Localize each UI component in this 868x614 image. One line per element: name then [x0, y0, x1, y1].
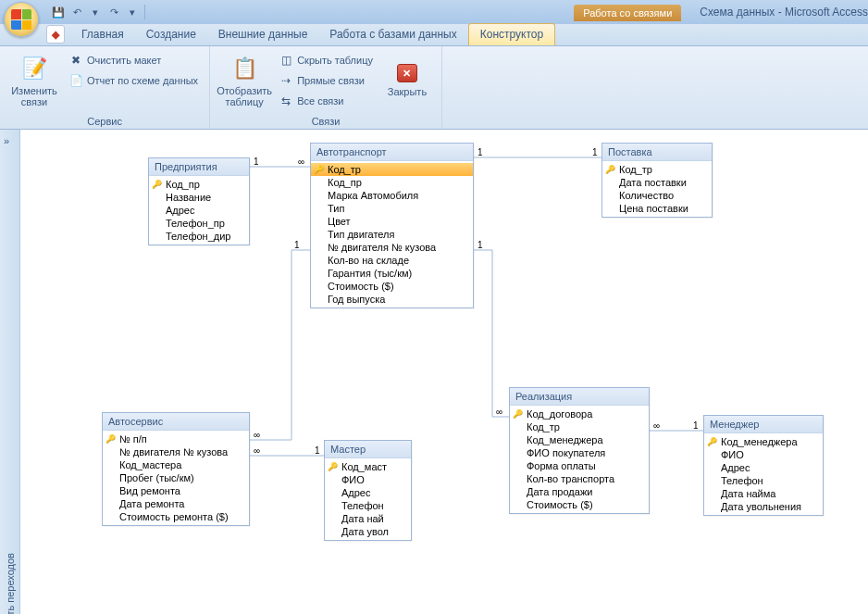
svg-text:1: 1	[592, 147, 598, 157]
title-context: Работа со связями Схема данных - Microso…	[574, 0, 868, 24]
tab-external-data[interactable]: Внешние данные	[207, 24, 319, 45]
table-field[interactable]: Дата ремонта	[103, 497, 249, 510]
table-header[interactable]: Менеджер	[704, 416, 823, 433]
table-manager[interactable]: Менеджер Код_менеджераФИОАдресТелефонДат…	[703, 415, 824, 516]
table-field[interactable]: Марка Автомобиля	[311, 189, 473, 202]
clear-layout-icon: ✖	[68, 53, 83, 68]
clear-layout-button[interactable]: ✖ Очистить макет	[65, 50, 202, 70]
table-field[interactable]: Код_тр	[311, 163, 473, 176]
table-field[interactable]: Кол-во транспорта	[510, 472, 649, 485]
table-field[interactable]: Кол-во на складе	[311, 254, 473, 267]
table-field[interactable]: Адрес	[149, 204, 249, 217]
table-field[interactable]: Код_менеджера	[704, 435, 823, 448]
tab-database-tools[interactable]: Работа с базами данных	[318, 24, 467, 45]
table-field[interactable]: Телефон	[704, 474, 823, 487]
schema-report-button[interactable]: 📄 Отчет по схеме данных	[65, 70, 202, 91]
svg-text:∞: ∞	[254, 445, 260, 456]
table-header[interactable]: Реализация	[510, 388, 649, 406]
expand-nav-icon[interactable]: »	[4, 135, 9, 146]
clear-layout-label: Очистить макет	[87, 55, 161, 66]
show-table-button[interactable]: 📋 Отобразить таблицу	[217, 50, 271, 111]
undo-icon[interactable]: ↶	[70, 6, 83, 19]
table-field[interactable]: Тип	[311, 202, 473, 215]
tab-create[interactable]: Создание	[135, 24, 207, 45]
svg-text:1: 1	[254, 157, 259, 167]
save-icon[interactable]: 💾	[52, 6, 65, 19]
table-delivery[interactable]: Поставка Код_трДата поставкиКоличествоЦе…	[601, 143, 713, 218]
table-field[interactable]: Код_тр	[510, 420, 649, 433]
table-field[interactable]: Дата продажи	[510, 485, 649, 498]
table-service[interactable]: Автосервис № п/п№ двигателя № кузоваКод_…	[102, 412, 250, 526]
navigation-pane-collapsed[interactable]: » Область переходов	[0, 130, 20, 614]
contextual-tab-label: Работа со связями	[574, 5, 681, 21]
relationships-canvas[interactable]: 1 ∞ 1 1 1 ∞ 1 ∞ ∞ 1 ∞ 1	[20, 130, 868, 614]
table-field[interactable]: Код_менеджера	[510, 433, 649, 446]
table-field[interactable]: Дата поставки	[602, 176, 712, 189]
ribbon-group-relations: 📋 Отобразить таблицу ◫ Скрыть таблицу ⇢ …	[210, 46, 442, 129]
table-field[interactable]: Стоимость ($)	[311, 280, 473, 293]
table-body: Код_трКод_прМарка АвтомобиляТипЦветТип д…	[311, 161, 473, 307]
table-field[interactable]: Вид ремонта	[103, 484, 249, 497]
table-field[interactable]: Стоимость ремонта ($)	[103, 510, 249, 523]
all-relations-button[interactable]: ⇆ Все связи	[275, 91, 377, 111]
table-field[interactable]: Код_пр	[149, 178, 249, 191]
table-sale[interactable]: Реализация Код_договораКод_трКод_менедже…	[509, 387, 650, 514]
close-button[interactable]: ✕ Закрыть	[380, 50, 434, 111]
svg-text:1: 1	[294, 240, 300, 250]
schema-report-icon: 📄	[68, 73, 83, 88]
table-field[interactable]: Дата найма	[704, 487, 823, 500]
addin-icon[interactable]: ◆	[46, 25, 65, 44]
table-field[interactable]: Код_договора	[510, 407, 649, 420]
table-body: Код_менеджераФИОАдресТелефонДата наймаДа…	[704, 433, 823, 515]
table-header[interactable]: Автосервис	[103, 413, 249, 431]
table-field[interactable]: № п/п	[103, 432, 249, 445]
table-header[interactable]: Поставка	[602, 144, 712, 161]
table-field[interactable]: Форма оплаты	[510, 459, 649, 472]
table-field[interactable]: Телефон_пр	[149, 217, 249, 230]
table-header[interactable]: Предприятия	[149, 158, 249, 176]
table-header[interactable]: Автотранспорт	[311, 144, 473, 161]
table-field[interactable]: Название	[149, 191, 249, 204]
office-button[interactable]	[4, 2, 39, 37]
table-field[interactable]: ФИО	[325, 473, 411, 486]
table-body: Код_мастФИОАдресТелефонДата найДата увол	[325, 458, 411, 540]
table-master[interactable]: Мастер Код_мастФИОАдресТелефонДата найДа…	[324, 440, 412, 541]
table-field[interactable]: Адрес	[704, 461, 823, 474]
table-field[interactable]: Цвет	[311, 215, 473, 228]
qat-dropdown-icon[interactable]: ▾	[126, 6, 139, 19]
table-field[interactable]: Пробег (тыс/км)	[103, 471, 249, 484]
table-field[interactable]: № двигателя № кузова	[311, 241, 473, 254]
hide-table-label: Скрыть таблицу	[297, 55, 373, 66]
table-field[interactable]: Гарантия (тыс/км)	[311, 267, 473, 280]
redo-icon[interactable]: ↷	[107, 6, 120, 19]
undo-dropdown-icon[interactable]: ▾	[89, 6, 102, 19]
tab-home[interactable]: Главная	[70, 24, 135, 45]
hide-table-button[interactable]: ◫ Скрыть таблицу	[275, 50, 377, 70]
table-field[interactable]: Цена поставки	[602, 202, 712, 215]
table-field[interactable]: Телефон	[325, 499, 411, 512]
table-field[interactable]: Код_пр	[311, 176, 473, 189]
table-field[interactable]: Количество	[602, 189, 712, 202]
table-field[interactable]: Стоимость ($)	[510, 498, 649, 511]
tab-design[interactable]: Конструктор	[468, 23, 555, 45]
table-field[interactable]: Код_тр	[602, 163, 712, 176]
table-field[interactable]: Адрес	[325, 486, 411, 499]
table-field[interactable]: Тип двигателя	[311, 228, 473, 241]
table-field[interactable]: Дата най	[325, 512, 411, 525]
show-table-icon: 📋	[229, 54, 259, 83]
table-field[interactable]: Код_мастера	[103, 458, 249, 471]
table-field[interactable]: Код_маст	[325, 460, 411, 473]
table-field[interactable]: № двигателя № кузова	[103, 445, 249, 458]
table-header[interactable]: Мастер	[325, 441, 411, 458]
edit-relations-label: Изменить связи	[7, 85, 61, 107]
table-field[interactable]: ФИО	[704, 448, 823, 461]
table-field[interactable]: Год выпуска	[311, 293, 473, 306]
table-field[interactable]: Дата увол	[325, 525, 411, 538]
table-auto[interactable]: Автотранспорт Код_трКод_прМарка Автомоби…	[310, 143, 474, 308]
table-field[interactable]: ФИО покупателя	[510, 446, 649, 459]
direct-relations-button[interactable]: ⇢ Прямые связи	[275, 70, 377, 91]
table-enterprise[interactable]: Предприятия Код_прНазваниеАдресТелефон_п…	[148, 157, 250, 245]
edit-relations-button[interactable]: 📝 Изменить связи	[7, 50, 61, 111]
table-field[interactable]: Дата увольнения	[704, 500, 823, 513]
table-field[interactable]: Телефон_дир	[149, 230, 249, 243]
